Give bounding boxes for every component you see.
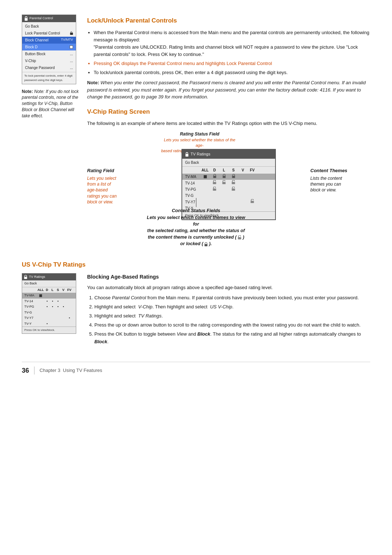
content-status-label: Content Status Fields [145, 207, 247, 214]
rating-status-label: Rating Status Field [160, 131, 240, 137]
small-menu-title: TV Ratings [22, 274, 76, 281]
svg-rect-12 [238, 237, 241, 239]
vchip-heading: V-Chip Rating Screen [87, 107, 370, 117]
svg-rect-6 [213, 182, 216, 184]
small-checked [39, 294, 42, 297]
vchip-rating-section: V-Chip Rating Screen The following is an… [87, 107, 370, 247]
arrow-up [196, 198, 196, 207]
chapter-title: Using TV Features [63, 368, 102, 373]
parental-control-menu-screenshot: Parental Control Go Back Lock Parental C… [22, 15, 76, 84]
lock-unlock-heading: Lock/Unlock Parental Controls [87, 16, 370, 25]
bottom-left-menu: TV Ratings Go Back ALL D L S V FV TV-M [22, 273, 80, 347]
unlock-icon-y7 [250, 199, 254, 203]
step-2: Highlight and select V-Chip. Then highli… [94, 303, 370, 311]
svg-rect-11 [251, 201, 254, 203]
bottom-right-content: Blocking Age-Based Ratings You can autom… [87, 273, 370, 347]
svg-rect-3 [213, 176, 216, 178]
small-row-tv14: TV-14 ▪ ▪ ▪ [22, 299, 76, 304]
menu-item-block-d: Block D [22, 44, 76, 50]
page-number: 36 [22, 366, 29, 376]
lock-icon-row3 [232, 174, 235, 178]
svg-rect-5 [232, 176, 235, 178]
right-content: Lock/Unlock Parental Controls When the P… [87, 15, 370, 253]
rating-field-annotation: Rating Field Lets you selectfrom a list … [87, 167, 147, 204]
lock-unlock-note: Note: When you enter the correct passwor… [87, 79, 370, 101]
small-menu-goback: Go Back [22, 280, 76, 287]
us-vchip-section: US V-Chip TV Ratings TV Ratings Go Back [22, 260, 370, 347]
vchip-intro: The following is an example of where ite… [87, 120, 370, 127]
menu-item-block-channel: Block Channel TV/MTV [22, 37, 76, 44]
footer-chapter: Chapter 3 Using TV Features [40, 367, 102, 374]
tv-ratings-goback: Go Back [182, 159, 275, 167]
lock-icon-row [213, 174, 216, 178]
bullet-2: Pressing OK displays the Parental Contro… [94, 60, 370, 67]
chapter-label: Chapter 3 [40, 368, 60, 373]
lock-icon-row2 [222, 174, 226, 178]
rating-field-text: Lets you selectfrom a list ofage-basedra… [87, 175, 147, 205]
menu-title-bar: Parental Control [22, 15, 76, 22]
menu-item-button-block: Button Block ... [22, 50, 76, 57]
blocking-subheading: Blocking Age-Based Ratings [87, 273, 370, 281]
vchip-diagram: Rating Status Field Lets you select whet… [87, 131, 370, 247]
page: Parental Control Go Back Lock Parental C… [0, 0, 392, 397]
bottom-area: TV Ratings Go Back ALL D L S V FV TV-M [22, 273, 370, 347]
page-footer: 36 Chapter 3 Using TV Features [22, 362, 370, 376]
small-menu-header: ALL D L S V FV [22, 287, 76, 293]
svg-rect-0 [25, 18, 28, 21]
unlock-icon-pg1 [213, 187, 216, 191]
svg-rect-2 [185, 154, 188, 157]
tv-ratings-row-tvma: TV-MA [182, 174, 275, 180]
sidebar-note: Note: Note: If you do not lock parental … [22, 89, 80, 119]
main-content-area: Parental Control Go Back Lock Parental C… [22, 15, 370, 253]
small-row-tvma: TV-MA [22, 293, 76, 299]
blocking-steps: Choose Parental Control from the Main me… [94, 294, 370, 345]
lock-icon-inline [204, 242, 208, 246]
tv-ratings-lock-icon [185, 152, 189, 157]
step-4: Press the up or down arrow button to scr… [94, 321, 370, 329]
rating-field-label: Rating Field [87, 167, 147, 174]
menu-title: Parental Control [29, 16, 53, 21]
unlock-icon-r3 [232, 180, 235, 184]
menu-items-list: Go Back Lock Parental Control Block Chan… [22, 22, 76, 72]
tv-ratings-row-tvpg: TV-PG [182, 186, 275, 193]
bullet-3: To lock/unlock parental controls, press … [94, 69, 370, 76]
left-sidebar: Parental Control Go Back Lock Parental C… [22, 15, 80, 253]
svg-rect-7 [222, 182, 226, 184]
svg-rect-1 [70, 33, 73, 35]
footer-divider [34, 366, 34, 374]
tv-ratings-title-text: TV Ratings [191, 151, 210, 157]
svg-rect-10 [232, 189, 235, 191]
content-status-text: Lets you select which content themes to … [145, 214, 247, 247]
unlock-icon-r1 [213, 180, 216, 184]
unlock-icon-r2 [222, 180, 226, 184]
tv-ratings-row-tv14: TV-14 [182, 180, 275, 186]
small-menu-footer: Press OK to view/block. [22, 327, 76, 333]
unlock-icon-pg2 [232, 187, 235, 191]
small-menu-lock-icon [24, 275, 27, 279]
lock-indicator-icon [70, 31, 73, 35]
svg-rect-14 [24, 277, 27, 279]
menu-item-goback: Go Back [22, 23, 76, 30]
unlock-icon-inline [238, 235, 241, 239]
content-themes-label: Content Themes [310, 167, 370, 174]
tv-ratings-title-bar: TV Ratings [182, 150, 275, 159]
blocking-intro: You can automatically block all program … [87, 284, 370, 291]
step-3: Highlight and select TV Ratings. [94, 312, 370, 320]
svg-rect-8 [232, 182, 235, 184]
tv-ratings-header: ALL D L S V FV [182, 167, 275, 174]
lock-icon [24, 16, 28, 21]
menu-item-vchip: V-Chip ... [22, 57, 76, 64]
svg-rect-4 [222, 176, 225, 178]
step-5: Press the OK button to toggle between Vi… [94, 331, 370, 345]
menu-item-lock: Lock Parental Control [22, 30, 76, 37]
content-status-annotation: Content Status Fields Lets you select wh… [145, 198, 247, 247]
lock-unlock-section: Lock/Unlock Parental Controls When the P… [87, 16, 370, 101]
checked-icon [204, 175, 207, 178]
menu-item-change-password: Change Password ... [22, 64, 76, 71]
small-row-tvy: TV-Y ▪ [22, 321, 76, 327]
content-themes-annotation: Content Themes Lists the contentthemes y… [310, 167, 370, 193]
step-1: Choose Parental Control from the Main me… [94, 294, 370, 301]
lock-unlock-bullets: When the Parental Control menu is access… [94, 29, 370, 77]
content-themes-text: Lists the contentthemes you canblock or … [310, 175, 370, 193]
bullet-1: When the Parental Control menu is access… [94, 29, 370, 58]
